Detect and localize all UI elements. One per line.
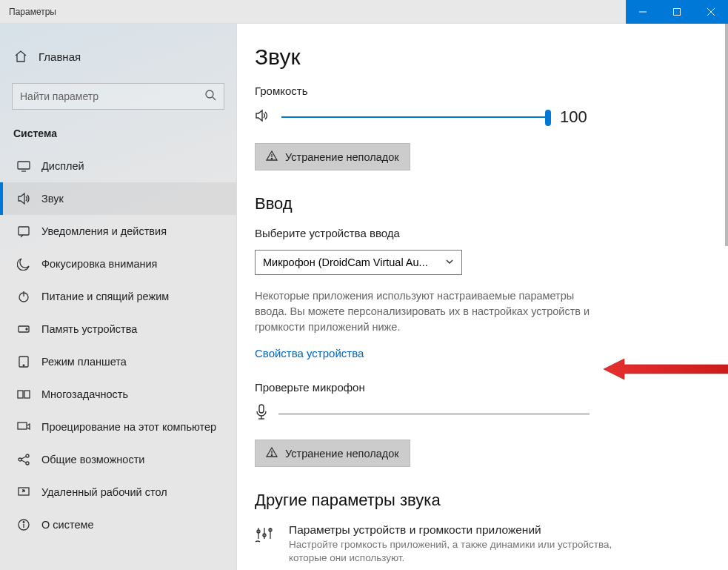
other-item-title: Параметры устройств и громкости приложен… [289, 523, 615, 537]
svg-rect-17 [18, 422, 27, 429]
other-item-desc: Настройте громкость приложений, а также … [289, 538, 615, 565]
sidebar-item-label: Многозадачность [41, 388, 128, 400]
svg-rect-23 [19, 488, 29, 495]
svg-point-26 [23, 522, 24, 523]
warning-icon [266, 446, 278, 460]
sidebar-item-label: О системе [41, 519, 93, 531]
sidebar-item-label: Удаленный рабочий стол [41, 486, 167, 498]
test-mic-label: Проверьте микрофон [255, 381, 698, 394]
storage-icon [16, 322, 31, 337]
svg-rect-15 [18, 391, 23, 398]
svg-line-21 [21, 457, 26, 459]
svg-point-33 [271, 454, 272, 455]
sidebar-item-focus[interactable]: Фокусировка внимания [0, 248, 236, 280]
sidebar-item-label: Режим планшета [41, 356, 127, 368]
select-value: Микрофон (DroidCam Virtual Au... [263, 256, 428, 268]
page-title: Звук [255, 44, 698, 70]
speaker-icon [255, 108, 270, 126]
chevron-down-icon [445, 256, 454, 268]
input-select-label: Выберите устройства ввода [255, 227, 698, 239]
shared-icon [16, 452, 31, 467]
sidebar-item-notifications[interactable]: Уведомления и действия [0, 215, 236, 248]
scrollbar[interactable] [725, 24, 728, 246]
sidebar-item-label: Фокусировка внимания [41, 258, 157, 270]
tablet-icon [16, 354, 31, 369]
nav-list: Дисплей Звук Уведомления и действия Фоку… [0, 150, 236, 541]
sound-icon [16, 191, 31, 206]
titlebar: Параметры [0, 0, 728, 24]
warning-icon [266, 150, 278, 164]
sidebar-item-label: Проецирование на этот компьютер [41, 421, 216, 433]
multitask-icon [16, 387, 31, 402]
mixer-icon [255, 526, 275, 565]
main-content: Звук Громкость 100 Устранение неполадок … [237, 24, 728, 570]
svg-point-19 [26, 454, 29, 457]
minimize-button[interactable] [626, 0, 660, 24]
svg-point-18 [19, 458, 21, 461]
search-input[interactable] [20, 90, 205, 102]
svg-rect-6 [18, 162, 30, 169]
search-box[interactable] [12, 83, 224, 110]
troubleshoot-output-button[interactable]: Устранение неполадок [255, 143, 410, 170]
sidebar-item-label: Общие возможности [41, 454, 144, 465]
sidebar-item-label: Дисплей [41, 160, 84, 172]
sidebar-item-label: Уведомления и действия [41, 225, 167, 237]
volume-value: 100 [560, 107, 590, 127]
svg-point-4 [206, 90, 213, 98]
svg-point-28 [271, 158, 272, 159]
sidebar-item-power[interactable]: Питание и спящий режим [0, 280, 236, 313]
sidebar-item-multitasking[interactable]: Многозадачность [0, 378, 236, 411]
volume-slider-row: 100 [255, 107, 698, 127]
remote-icon [16, 485, 31, 500]
sidebar-item-display[interactable]: Дисплей [0, 150, 236, 182]
projecting-icon [16, 420, 31, 434]
sidebar-item-storage[interactable]: Память устройства [0, 313, 236, 345]
display-icon [16, 159, 31, 173]
svg-rect-16 [24, 391, 30, 398]
other-heading: Другие параметры звука [255, 491, 698, 510]
sidebar-item-projecting[interactable]: Проецирование на этот компьютер [0, 411, 236, 443]
notifications-icon [16, 224, 31, 239]
power-icon [16, 289, 31, 304]
volume-slider[interactable] [281, 116, 548, 118]
app-volume-link[interactable]: Параметры устройств и громкости приложен… [255, 523, 698, 565]
sidebar-item-remote[interactable]: Удаленный рабочий стол [0, 476, 236, 508]
home-label: Главная [39, 50, 81, 63]
window-title: Параметры [0, 7, 65, 17]
sidebar: Главная Система Дисплей Звук Уведомления… [0, 24, 237, 570]
search-icon [205, 90, 216, 104]
maximize-button[interactable] [660, 0, 694, 24]
sidebar-item-label: Звук [41, 193, 64, 205]
slider-thumb[interactable] [545, 110, 551, 126]
close-button[interactable] [694, 0, 728, 24]
input-device-select[interactable]: Микрофон (DroidCam Virtual Au... [255, 250, 462, 275]
svg-line-22 [21, 460, 26, 463]
svg-marker-40 [604, 359, 728, 380]
sidebar-item-sound[interactable]: Звук [0, 182, 236, 215]
device-properties-link[interactable]: Свойства устройства [255, 347, 364, 359]
sidebar-item-about[interactable]: О системе [0, 508, 236, 541]
input-description: Некоторые приложения используют настраив… [255, 288, 595, 335]
svg-point-20 [26, 462, 29, 465]
sidebar-item-label: Питание и спящий режим [41, 291, 169, 302]
window-controls [626, 0, 728, 23]
svg-point-14 [23, 365, 24, 366]
svg-rect-1 [674, 9, 681, 16]
troubleshoot-input-button[interactable]: Устранение неполадок [255, 440, 410, 467]
input-heading: Ввод [255, 194, 698, 213]
focus-icon [16, 256, 31, 271]
microphone-icon [255, 404, 268, 423]
mic-level-bar [278, 413, 590, 415]
section-label: Система [0, 123, 236, 150]
info-icon [16, 517, 31, 532]
home-link[interactable]: Главная [0, 42, 236, 71]
home-icon [13, 49, 28, 64]
mic-test-row [255, 404, 698, 423]
volume-label: Громкость [255, 84, 698, 97]
svg-point-12 [26, 328, 27, 330]
sidebar-item-shared[interactable]: Общие возможности [0, 443, 236, 476]
svg-rect-8 [19, 227, 29, 235]
sidebar-item-label: Память устройства [41, 323, 137, 335]
button-label: Устранение неполадок [285, 448, 399, 460]
sidebar-item-tablet[interactable]: Режим планшета [0, 345, 236, 378]
